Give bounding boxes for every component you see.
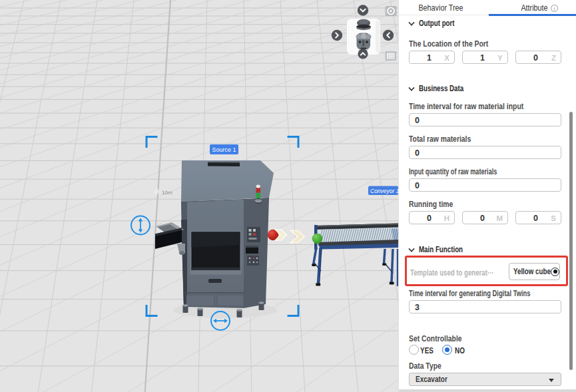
svg-text:Source 1: Source 1 [212, 146, 236, 153]
svg-text:10m: 10m [162, 190, 172, 196]
svg-text:Conveyor 1: Conveyor 1 [370, 188, 398, 194]
